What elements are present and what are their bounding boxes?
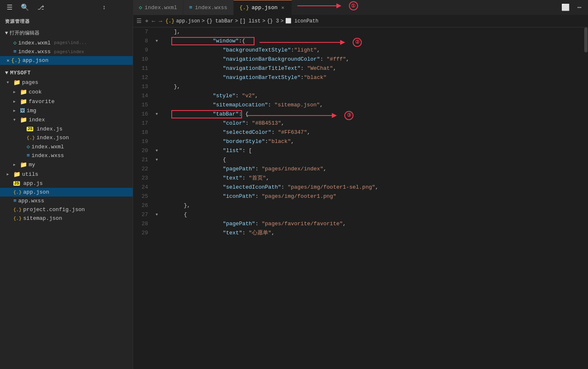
tree-item-app-wxss[interactable]: ≡ app.wxss (0, 197, 133, 205)
bc-sep: > (235, 18, 238, 24)
json-file-icon: {.} (13, 190, 22, 195)
file-name: app.json (22, 57, 48, 64)
tree-item-index-folder[interactable]: ▼ 📁 index (0, 115, 133, 125)
file-name: index.wxss (32, 153, 64, 159)
main-layout: 资源管理器 ▼ 打开的编辑器 ◇ index.wxml pages\ind...… (0, 15, 588, 369)
folder-icon: 📁 (20, 161, 27, 168)
title-bar: ☰ 🔍 ⎇ ↕ ◇ index.wxml ≡ index.wxss {.} ap… (0, 0, 588, 15)
tree-item-cook[interactable]: ▶ 📁 cook (0, 87, 133, 97)
scrollbar-thumb[interactable] (584, 27, 588, 52)
tree-item-index-wxss[interactable]: ≡ index.wxss (0, 151, 133, 160)
fold-arrow-21[interactable]: ▼ (156, 158, 158, 162)
tree-item-index-js[interactable]: JS index.js (0, 125, 133, 133)
file-name: index.json (37, 135, 69, 141)
code-editor[interactable]: 7 8 9 10 11 12 13 14 15 16 17 18 19 20 2… (133, 27, 588, 369)
tree-item-app-json[interactable]: {.} app.json (0, 188, 133, 197)
tree-item-favorite[interactable]: ▶ 📁 favorite (0, 97, 133, 106)
bc-sep: > (202, 18, 205, 24)
wxss-file-icon: ≡ (27, 153, 30, 159)
code-lines: ], "window":{ ② (161, 27, 588, 369)
editor-area: ☰ ⌖ ← → {.} app.json > {} tabBar > [] li… (133, 15, 588, 369)
back-icon[interactable]: ← (152, 18, 155, 25)
sidebar-open-file-json[interactable]: ✕ {.} app.json (0, 56, 133, 65)
open-editors-section[interactable]: ▼ 打开的编辑器 (0, 28, 133, 38)
bc-list: [] list (240, 18, 260, 24)
folder-icon: 📁 (20, 89, 27, 96)
fold-arrow-8[interactable]: ▼ (156, 39, 158, 43)
file-path: pages\index (54, 49, 84, 54)
branch-icon[interactable]: ⎇ (36, 2, 46, 13)
folder-name: index (29, 117, 45, 123)
file-name: app.json (23, 189, 49, 195)
line-numbers: 7 8 9 10 11 12 13 14 15 16 17 18 19 20 2… (133, 27, 153, 369)
json-file-icon: {.} (27, 135, 35, 140)
more-actions-icon[interactable]: ⋯ (576, 2, 583, 13)
tab-index-wxss[interactable]: ≡ index.wxss (183, 0, 234, 15)
file-name: sitemap.json (23, 215, 62, 221)
file-name: app.js (23, 180, 43, 187)
code-line-25: "iconPath": "pages/img/footer1.png" (164, 192, 588, 201)
file-name: index.wxss (18, 49, 51, 55)
fold-arrow-20[interactable]: ▼ (156, 149, 158, 153)
img-folder-icon: 🖼 (20, 108, 25, 114)
expand-icon: ▼ (13, 118, 18, 122)
tabs-area: ◇ index.wxml ≡ index.wxss {.} app.json ✕… (133, 0, 555, 15)
expand-icon: ▶ (13, 108, 18, 113)
tree-item-my[interactable]: ▶ 📁 my (0, 160, 133, 170)
bc-appjson: app.json (176, 18, 200, 24)
title-bar-right: ⬜ ⋯ (555, 2, 588, 13)
file-name: app.wxss (18, 198, 44, 204)
json-icon: {.} (240, 5, 249, 11)
fold-arrow-16[interactable]: ▼ (156, 112, 158, 116)
wxml-icon: ◇ (139, 4, 142, 11)
wxss-file-icon: ≡ (13, 49, 17, 55)
tree-item-index-json[interactable]: {.} index.json (0, 133, 133, 142)
list-icon[interactable]: ☰ (136, 17, 142, 25)
tree-item-index-wxml[interactable]: ◇ index.wxml (0, 142, 133, 151)
tab-close-button[interactable]: ✕ (280, 4, 286, 11)
open-editors-arrow: ▼ (5, 30, 8, 36)
open-editors-label: 打开的编辑器 (10, 30, 40, 37)
expand-icon: ▼ (7, 81, 12, 85)
tree-item-utils[interactable]: ▶ 📁 utils (0, 170, 133, 179)
code-line-26: }, (164, 201, 588, 210)
tab-label: app.json (252, 5, 277, 11)
bookmark-icon[interactable]: ⌖ (145, 18, 148, 25)
bc-sep: > (262, 18, 265, 24)
sidebar: 资源管理器 ▼ 打开的编辑器 ◇ index.wxml pages\ind...… (0, 15, 133, 369)
bc-tabbar: {} tabBar (206, 18, 233, 24)
forward-icon[interactable]: → (158, 18, 162, 25)
tab-index-wxml[interactable]: ◇ index.wxml (133, 0, 183, 15)
menu-icon[interactable]: ☰ (5, 2, 14, 13)
wxml-file-icon: ◇ (27, 143, 30, 150)
json-file-icon: {.} (13, 216, 22, 221)
tree-item-pages[interactable]: ▼ 📁 pages (0, 78, 133, 87)
js-file-icon: JS (27, 127, 33, 131)
sidebar-open-file-wxss[interactable]: ≡ index.wxss pages\index (0, 47, 133, 56)
scrollbar-track (584, 27, 588, 369)
tree-item-project-config[interactable]: {.} project.config.json (0, 205, 133, 214)
code-line-20: "list": [ (164, 146, 588, 155)
file-name: index.wxml (18, 40, 51, 46)
file-name: index.js (37, 126, 62, 132)
search-icon[interactable]: 🔍 (19, 2, 31, 13)
folder-icon: 📁 (20, 98, 27, 105)
code-line-12: "navigationBarTextStyle":"black" (164, 73, 588, 82)
tree-item-img[interactable]: ▶ 🖼 img (0, 106, 133, 115)
project-section[interactable]: ▼ MYSOFT (0, 68, 133, 78)
tree-item-app-js[interactable]: JS app.js (0, 179, 133, 188)
title-bar-left: ☰ 🔍 ⎇ ↕ (0, 2, 133, 13)
split-editor-icon[interactable]: ⬜ (560, 2, 571, 13)
source-control-icon[interactable]: ↕ (101, 2, 107, 12)
tab-label: index.wxml (145, 5, 177, 11)
tree-item-sitemap[interactable]: {.} sitemap.json (0, 214, 133, 223)
code-line-29: "text": "心愿单", (164, 229, 588, 238)
expand-icon: ▶ (13, 99, 18, 104)
file-name: project.config.json (23, 207, 85, 213)
fold-arrow-27[interactable]: ▼ (156, 213, 158, 217)
folder-name: img (27, 108, 36, 114)
folder-icon: 📁 (13, 79, 20, 86)
expand-icon: ▶ (7, 172, 12, 177)
tab-app-json[interactable]: {.} app.json ✕ ① (234, 0, 292, 15)
sidebar-open-file-wxml[interactable]: ◇ index.wxml pages\ind... (0, 38, 133, 47)
